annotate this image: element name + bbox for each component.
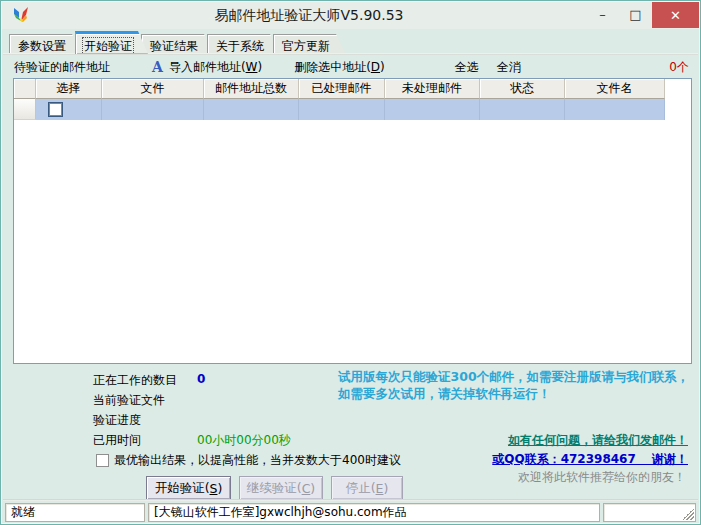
row-processed-cell: [299, 99, 385, 120]
tab-start-verify[interactable]: 开始验证: [75, 31, 148, 54]
row-total-cell: [204, 99, 299, 120]
statusbar-separator: [3, 499, 698, 501]
row-unprocessed-cell: [385, 99, 480, 120]
app-logo-icon: [10, 5, 32, 27]
delete-selected-button[interactable]: 删除选中地址(D): [294, 59, 385, 76]
minimize-button[interactable]: –: [586, 2, 619, 26]
row-checkbox[interactable]: [48, 102, 63, 117]
grid-header-processed[interactable]: 已处理邮件: [299, 79, 385, 99]
trial-notice: 试用版每次只能验证300个邮件，如需要注册版请与我们联系，如需要多次试用，请关掉…: [338, 368, 692, 402]
grid-header-row: 选择 文件 邮件地址总数 已处理邮件 未处理邮件 状态 文件名: [14, 79, 691, 99]
grid-header-total[interactable]: 邮件地址总数: [204, 79, 299, 99]
recommend-text: 欢迎将此软件推荐给你的朋友！: [518, 469, 686, 486]
deselect-all-button[interactable]: 全消: [497, 59, 521, 76]
grid-header-filename[interactable]: 文件名: [565, 79, 665, 99]
row-file-cell: [102, 99, 204, 120]
address-count-badge: 0个: [669, 59, 689, 76]
window-title: 易邮件地址验证大师V5.90.53: [32, 7, 586, 25]
working-count-value: 0: [197, 372, 205, 386]
optimize-label: 最优输出结果，以提高性能，当并发数大于400时建议: [114, 452, 401, 469]
pending-list-label: 待验证的邮件地址: [14, 59, 110, 76]
stop-button: 停止(E): [331, 476, 403, 500]
close-button[interactable]: ✕: [652, 2, 699, 28]
row-header-stub: [14, 99, 36, 120]
tab-strip: 参数设置 开始验证 验证结果 关于系统 官方更新: [9, 31, 692, 54]
title-bar: 易邮件地址验证大师V5.90.53 – □ ✕: [2, 2, 699, 29]
continue-verify-button: 继续验证(C): [239, 476, 323, 500]
status-empty-panel: [603, 503, 696, 522]
window-controls: – □ ✕: [586, 2, 699, 29]
grid-header-select[interactable]: 选择: [36, 79, 102, 99]
elapsed-time-label: 已用时间: [93, 432, 141, 449]
status-credit-panel: [大镜山软件工作室]gxwclhjh@sohu.com作品: [148, 503, 600, 522]
tab-verify-results[interactable]: 验证结果: [141, 34, 214, 54]
app-window: 易邮件地址验证大师V5.90.53 – □ ✕ 参数设置 开始验证 验证结果 关…: [0, 0, 701, 525]
maximize-button[interactable]: □: [619, 2, 652, 26]
current-file-label: 当前验证文件: [93, 392, 165, 409]
toolbar: 待验证的邮件地址 A 导入邮件地址(W) 删除选中地址(D) 全选 全消 0个: [14, 57, 689, 77]
status-ready-panel: 就绪: [5, 503, 145, 522]
tab-about-system[interactable]: 关于系统: [207, 34, 280, 54]
grid-header-status[interactable]: 状态: [480, 79, 565, 99]
row-select-cell: [36, 99, 102, 120]
table-row[interactable]: [14, 99, 691, 120]
status-bar: 就绪 [大镜山软件工作室]gxwclhjh@sohu.com作品: [3, 502, 698, 523]
optimize-output-option[interactable]: 最优输出结果，以提高性能，当并发数大于400时建议: [96, 452, 401, 469]
start-verify-button[interactable]: 开始验证(S): [146, 476, 231, 500]
grid-header-stub: [14, 79, 36, 99]
optimize-checkbox[interactable]: [96, 454, 109, 467]
import-a-icon: A: [152, 59, 163, 75]
row-status-cell: [480, 99, 565, 120]
grid-header-unprocessed[interactable]: 未处理邮件: [385, 79, 480, 99]
grid-header-file[interactable]: 文件: [102, 79, 204, 99]
email-file-grid[interactable]: 选择 文件 邮件地址总数 已处理邮件 未处理邮件 状态 文件名: [13, 78, 692, 364]
resize-grip[interactable]: [682, 508, 694, 520]
elapsed-time-value: 00小时00分00秒: [197, 432, 291, 449]
working-count-label: 正在工作的数目: [93, 372, 177, 389]
select-all-button[interactable]: 全选: [455, 59, 479, 76]
tab-official-update[interactable]: 官方更新: [273, 34, 346, 54]
contact-qq-link[interactable]: 或QQ联系：472398467 谢谢！: [492, 451, 688, 468]
contact-email-link[interactable]: 如有任何问题，请给我们发邮件！: [508, 432, 688, 449]
row-filename-cell: [565, 99, 665, 120]
progress-label: 验证进度: [93, 412, 141, 429]
tab-parameter-settings[interactable]: 参数设置: [9, 34, 82, 54]
import-addresses-button[interactable]: 导入邮件地址(W): [169, 59, 262, 76]
